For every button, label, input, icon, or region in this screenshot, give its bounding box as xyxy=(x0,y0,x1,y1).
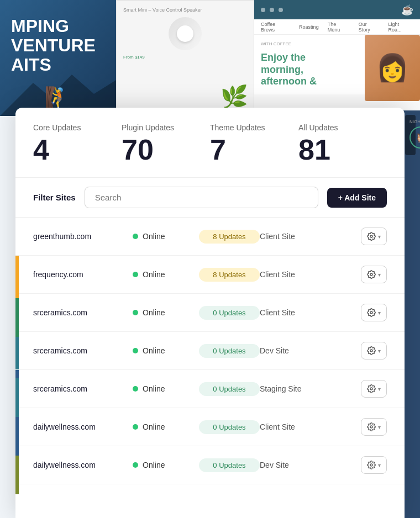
bg-left-panel: MPING VENTURE AITS 🧗 xyxy=(0,0,116,116)
filter-sites-label: Filter Sites xyxy=(33,193,76,202)
gear-button[interactable]: ▾ xyxy=(361,380,387,398)
gear-button[interactable]: ▾ xyxy=(361,456,387,474)
gear-icon xyxy=(367,384,376,393)
gear-icon xyxy=(367,270,376,279)
site-name: srceramics.com xyxy=(33,346,133,355)
accent-bar-blue xyxy=(15,417,19,456)
updates-badge: 0 Updates xyxy=(199,306,260,320)
status-text: Online xyxy=(143,308,165,317)
status-dot xyxy=(133,272,138,277)
chevron-down-icon: ▾ xyxy=(378,424,381,430)
row-accent xyxy=(15,332,19,369)
site-status: Online xyxy=(133,346,199,355)
bg-mid-panel: Smart Mini – Voice Control Speaker From … xyxy=(116,0,254,116)
stat-plugin: Plugin Updates 70 xyxy=(122,123,210,164)
site-name: dailywellness.com xyxy=(33,422,133,431)
svg-point-2 xyxy=(370,273,372,276)
accent-bar-teal xyxy=(15,378,19,417)
add-site-button[interactable]: + Add Site xyxy=(327,188,387,208)
theme-updates-value: 7 xyxy=(210,135,298,164)
search-wrapper xyxy=(85,187,318,208)
sites-table: greenthumb.com Online 8 Updates Client S… xyxy=(15,218,405,518)
gear-button[interactable]: ▾ xyxy=(361,342,387,360)
site-status: Online xyxy=(133,461,199,469)
site-status: Online xyxy=(133,422,199,431)
site-type: Staging Site xyxy=(260,384,361,393)
accent-bar-yellow xyxy=(15,260,19,298)
table-row: srceramics.com Online 0 Updates Dev Site… xyxy=(15,332,405,370)
updates-badge: 0 Updates xyxy=(199,344,260,358)
gear-icon xyxy=(367,232,376,241)
table-row: dailywellness.com Online 0 Updates Clien… xyxy=(15,408,405,446)
status-dot xyxy=(133,462,138,468)
gear-button[interactable]: ▾ xyxy=(361,418,387,436)
status-text: Online xyxy=(143,270,165,279)
table-row: frequency.com Online 8 Updates Client Si… xyxy=(15,256,405,294)
site-type: Client Site xyxy=(260,308,361,317)
status-text: Online xyxy=(143,346,165,355)
stat-all: All Updates 81 xyxy=(298,123,387,164)
status-dot xyxy=(133,424,138,430)
chevron-down-icon: ▾ xyxy=(378,462,381,468)
gear-icon xyxy=(367,461,376,469)
site-name: srceramics.com xyxy=(33,308,133,317)
site-name: dailywellness.com xyxy=(33,461,133,469)
site-name: greenthumb.com xyxy=(33,232,133,241)
gear-button[interactable]: ▾ xyxy=(361,228,387,245)
plugin-updates-value: 70 xyxy=(122,135,210,164)
table-row: greenthumb.com Online 8 Updates Client S… xyxy=(15,218,405,256)
table-row: srceramics.com Online 0 Updates Client S… xyxy=(15,294,405,332)
svg-point-1 xyxy=(370,235,372,237)
accent-bar-green xyxy=(15,298,19,337)
status-text: Online xyxy=(143,461,165,469)
table-row: srceramics.com Online 0 Updates Staging … xyxy=(15,370,405,408)
chevron-down-icon: ▾ xyxy=(378,272,381,278)
core-updates-label: Core Updates xyxy=(33,123,122,132)
stats-row: Core Updates 4 Plugin Updates 70 Theme U… xyxy=(15,108,405,178)
site-status: Online xyxy=(133,308,199,317)
stat-core: Core Updates 4 xyxy=(33,123,122,164)
updates-badge: 0 Updates xyxy=(199,382,260,396)
chevron-down-icon: ▾ xyxy=(378,310,381,316)
gear-button[interactable]: ▾ xyxy=(361,266,387,283)
site-status: Online xyxy=(133,270,199,279)
accent-bar-olive xyxy=(15,456,19,494)
status-text: Online xyxy=(143,422,165,431)
status-text: Online xyxy=(143,232,165,241)
chevron-down-icon: ▾ xyxy=(378,234,381,240)
updates-badge: 8 Updates xyxy=(199,268,260,282)
site-type: Client Site xyxy=(260,232,361,241)
chevron-down-icon: ▾ xyxy=(378,386,381,392)
updates-badge: 0 Updates xyxy=(199,458,260,472)
core-updates-value: 4 xyxy=(33,135,122,164)
site-status: Online xyxy=(133,232,199,241)
updates-badge: 8 Updates xyxy=(199,230,260,244)
svg-point-4 xyxy=(370,350,372,352)
site-status: Online xyxy=(133,384,199,393)
updates-badge: 0 Updates xyxy=(199,420,260,434)
svg-point-7 xyxy=(370,464,372,466)
gear-button[interactable]: ▾ xyxy=(361,304,387,321)
gear-icon xyxy=(367,346,376,355)
main-panel: Core Updates 4 Plugin Updates 70 Theme U… xyxy=(15,108,405,518)
status-text: Online xyxy=(143,384,165,393)
stat-theme: Theme Updates 7 xyxy=(210,123,298,164)
site-type: Client Site xyxy=(260,422,361,431)
gear-icon xyxy=(367,308,376,317)
site-type: Dev Site xyxy=(260,461,361,469)
site-name: frequency.com xyxy=(33,270,133,279)
all-updates-value: 81 xyxy=(298,135,387,164)
gear-icon xyxy=(367,422,376,431)
site-type: Client Site xyxy=(260,270,361,279)
theme-updates-label: Theme Updates xyxy=(210,123,298,132)
filter-row: Filter Sites + Add Site xyxy=(15,178,405,218)
status-dot xyxy=(133,234,138,239)
svg-point-6 xyxy=(370,426,372,428)
status-dot xyxy=(133,348,138,353)
status-dot xyxy=(133,310,138,315)
svg-point-5 xyxy=(370,388,372,390)
site-type: Dev Site xyxy=(260,346,361,355)
plugin-updates-label: Plugin Updates xyxy=(122,123,210,132)
search-input[interactable] xyxy=(85,187,318,208)
table-row: dailywellness.com Online 0 Updates Dev S… xyxy=(15,446,405,484)
